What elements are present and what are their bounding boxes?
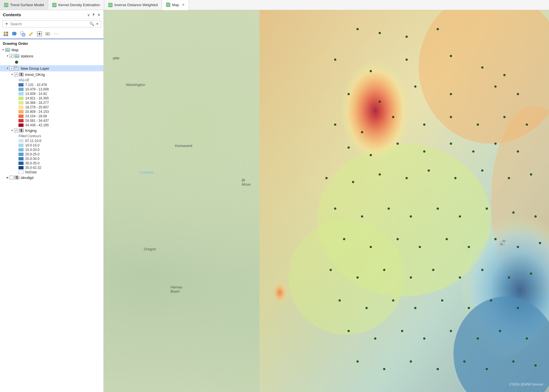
- tree-arrow-new_group_layer: [6, 66, 10, 70]
- legend-swatch-range3: [18, 92, 24, 95]
- station-dot: [401, 330, 403, 332]
- close-icon[interactable]: ✕: [97, 13, 101, 17]
- legend-swatch-range5: [18, 101, 24, 104]
- station-dot: [365, 307, 368, 309]
- tab-label-kernel: Kernel Density Estimation: [58, 3, 100, 7]
- station-dot: [379, 32, 381, 34]
- map-area[interactable]: attle Washington Kennewick Columbia Oreg…: [104, 10, 549, 392]
- layer-icon-kriging: [19, 128, 24, 133]
- tree-label-kriging: Kriging: [25, 129, 36, 133]
- station-dot: [379, 173, 381, 176]
- legend-item-range6: 18.278 - 20.807: [0, 105, 103, 109]
- station-dot: [486, 368, 488, 370]
- station-dot: [512, 211, 515, 214]
- tree-label-trend_okrig: trend_OKrig: [25, 73, 45, 77]
- pin-icon[interactable]: 🖈: [92, 13, 96, 17]
- station-dot: [370, 154, 372, 156]
- station-dot: [406, 36, 408, 38]
- legend-label-krange7: 35.0-42.32: [25, 166, 41, 170]
- contents-header: Contents ∨ 🖈 ✕: [0, 10, 103, 18]
- layer-icon-stations_dot: [14, 60, 19, 65]
- minimize-icon[interactable]: ∨: [87, 13, 90, 17]
- svg-rect-25: [19, 73, 21, 74]
- toolbar-label-btn[interactable]: A: [44, 30, 52, 38]
- toolbar-snapping-btn[interactable]: [36, 30, 43, 38]
- svg-rect-26: [21, 73, 22, 74]
- tree-item-new_group_layer[interactable]: New Group Layer: [0, 65, 103, 71]
- contents-panel: Contents ∨ 🖈 ✕ ▼ 🔍 ▼: [0, 10, 104, 392]
- svg-point-21: [15, 61, 18, 64]
- toolbar-more-btn[interactable]: ···: [53, 30, 60, 38]
- station-dot: [410, 276, 412, 279]
- station-dot: [539, 242, 541, 244]
- station-dot: [490, 299, 492, 302]
- station-dot: [352, 181, 354, 183]
- tree-check-new_group_layer[interactable]: [10, 66, 13, 70]
- toolbar-sel-btn[interactable]: [19, 30, 26, 38]
- svg-rect-29: [21, 74, 22, 76]
- tree-check-kriging[interactable]: [14, 129, 18, 132]
- tree-label-stations: stations: [20, 54, 33, 58]
- tree-label-new_group_layer: New Group Layer: [20, 66, 49, 71]
- svg-rect-34: [22, 129, 23, 130]
- tree-item-map_root[interactable]: Map: [0, 47, 103, 53]
- search-icon[interactable]: 🔍: [89, 22, 94, 26]
- legend-item-krange1: 07.11-10.0: [0, 139, 103, 143]
- tab-close-map[interactable]: ✕: [182, 3, 185, 7]
- legend-item-range2: 10.479 - 13.008: [0, 87, 103, 92]
- station-dot: [468, 307, 470, 309]
- search-dropdown-icon[interactable]: ▼: [96, 22, 99, 25]
- tree-arrow-map_root: [1, 48, 5, 52]
- station-dot: [486, 207, 488, 210]
- tab-trend[interactable]: Trend Surface Model: [0, 0, 48, 10]
- legend-item-range9: 28.581 - 34.437: [0, 118, 103, 123]
- tree-check-trend_okrig[interactable]: [14, 73, 18, 76]
- station-dot: [397, 238, 399, 240]
- tree-item-stations[interactable]: stations: [0, 53, 103, 59]
- tab-map[interactable]: Map✕: [162, 0, 189, 10]
- svg-rect-27: [22, 73, 23, 74]
- svg-rect-32: [19, 129, 21, 130]
- legend-item-krange6: 30.0-35.0: [0, 161, 103, 165]
- svg-rect-4: [4, 32, 6, 34]
- legend-swatch-range8: [18, 115, 24, 118]
- station-dot: [356, 28, 359, 30]
- station-dot: [406, 59, 408, 61]
- station-dot: [406, 177, 408, 179]
- contents-header-controls: ∨ 🖈 ✕: [87, 13, 101, 17]
- tab-idw[interactable]: Inverse Distance Weighted: [104, 0, 162, 10]
- filter-icon: ▼: [5, 22, 9, 26]
- tree-item-stations_dot[interactable]: [0, 59, 103, 65]
- tree-arrow-kriging: [10, 129, 14, 132]
- toolbar-db-btn[interactable]: [11, 30, 18, 38]
- station-dot: [348, 330, 350, 332]
- station-dot: [526, 337, 528, 340]
- station-dot: [517, 307, 519, 309]
- station-dot: [534, 215, 537, 218]
- tree-scroll[interactable]: MapstationsNew Group Layertrend_OKrigVAL…: [0, 47, 103, 392]
- tree-check-stations[interactable]: [10, 54, 13, 58]
- station-dot: [463, 360, 465, 363]
- tree-check-idoutlgd[interactable]: [10, 176, 13, 179]
- toolbar-edit-btn[interactable]: [27, 30, 35, 38]
- tab-kernel[interactable]: Kernel Density Estimation: [48, 0, 104, 10]
- svg-rect-42: [15, 178, 16, 179]
- legend-swatch-krange3: [18, 148, 24, 151]
- search-input[interactable]: [10, 22, 88, 26]
- svg-text:A: A: [47, 33, 48, 35]
- tab-label-map: Map: [172, 3, 179, 7]
- svg-rect-6: [4, 34, 6, 36]
- tree-item-kriging[interactable]: Kriging: [0, 127, 103, 134]
- tree-item-idoutlgd[interactable]: idoutlgd: [0, 174, 103, 181]
- legend-item-range3: 13.009 - 14.92: [0, 92, 103, 96]
- station-dot: [397, 143, 399, 145]
- svg-rect-36: [21, 130, 22, 132]
- legend-item-krange4: 20.0-25.0: [0, 152, 103, 157]
- legend-item-krange3: 15.0-20.0: [0, 148, 103, 152]
- legend-label-range7: 20.808 - 24.153: [25, 110, 49, 114]
- layer-icon-stations: [14, 53, 19, 59]
- toolbar-list-btn[interactable]: [2, 30, 10, 38]
- legend-swatch-krange4: [18, 153, 24, 156]
- station-dot: [530, 272, 532, 275]
- tree-item-trend_okrig[interactable]: trend_OKrig: [0, 71, 103, 78]
